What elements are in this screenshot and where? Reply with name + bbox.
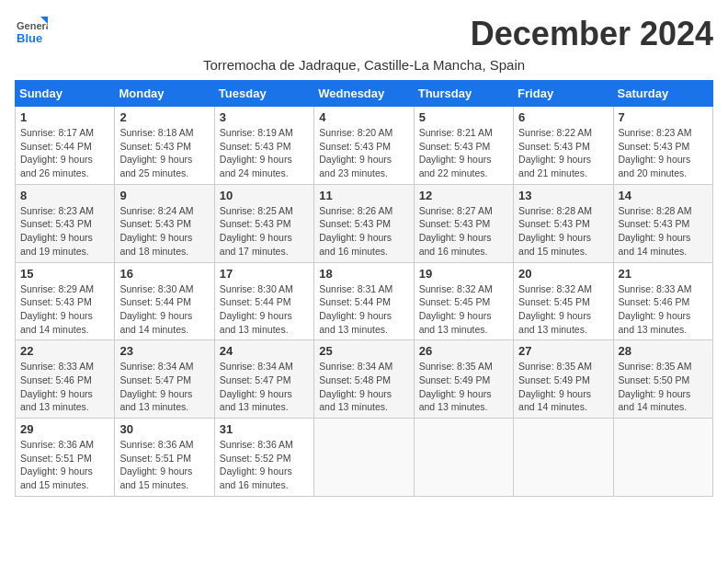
calendar-cell: [314, 419, 414, 497]
calendar-cell: [414, 419, 513, 497]
calendar-cell: 2Sunrise: 8:18 AMSunset: 5:43 PMDaylight…: [115, 107, 214, 185]
calendar-table: SundayMondayTuesdayWednesdayThursdayFrid…: [15, 80, 713, 497]
calendar-day-header: Monday: [115, 81, 214, 107]
calendar-cell: 23Sunrise: 8:34 AMSunset: 5:47 PMDayligh…: [115, 340, 214, 419]
calendar-cell: 19Sunrise: 8:32 AMSunset: 5:45 PMDayligh…: [414, 262, 513, 340]
calendar-cell: 24Sunrise: 8:34 AMSunset: 5:47 PMDayligh…: [214, 340, 313, 419]
calendar-day-header: Tuesday: [214, 81, 313, 107]
svg-text:General: General: [17, 20, 48, 31]
calendar-day-header: Friday: [514, 81, 613, 107]
calendar-cell: 18Sunrise: 8:31 AMSunset: 5:44 PMDayligh…: [314, 262, 414, 340]
calendar-cell: 4Sunrise: 8:20 AMSunset: 5:43 PMDaylight…: [314, 107, 414, 185]
calendar-cell: 22Sunrise: 8:33 AMSunset: 5:46 PMDayligh…: [16, 340, 115, 419]
logo-icon: General Blue: [15, 15, 48, 48]
calendar-cell: 11Sunrise: 8:26 AMSunset: 5:43 PMDayligh…: [314, 184, 414, 262]
calendar-cell: 27Sunrise: 8:35 AMSunset: 5:49 PMDayligh…: [514, 340, 613, 419]
calendar-cell: [613, 419, 712, 497]
calendar-cell: 16Sunrise: 8:30 AMSunset: 5:44 PMDayligh…: [115, 262, 214, 340]
calendar-cell: 28Sunrise: 8:35 AMSunset: 5:50 PMDayligh…: [613, 340, 712, 419]
calendar-day-header: Wednesday: [314, 81, 414, 107]
calendar-cell: 8Sunrise: 8:23 AMSunset: 5:43 PMDaylight…: [16, 184, 115, 262]
calendar-cell: 21Sunrise: 8:33 AMSunset: 5:46 PMDayligh…: [613, 262, 712, 340]
calendar-cell: 6Sunrise: 8:22 AMSunset: 5:43 PMDaylight…: [514, 107, 613, 185]
calendar-cell: 9Sunrise: 8:24 AMSunset: 5:43 PMDaylight…: [115, 184, 214, 262]
location-subtitle: Torremocha de Jadraque, Castille-La Manc…: [15, 57, 713, 73]
calendar-cell: 3Sunrise: 8:19 AMSunset: 5:43 PMDaylight…: [214, 107, 313, 185]
calendar-cell: 10Sunrise: 8:25 AMSunset: 5:43 PMDayligh…: [214, 184, 313, 262]
calendar-day-header: Saturday: [613, 81, 712, 107]
calendar-cell: 20Sunrise: 8:32 AMSunset: 5:45 PMDayligh…: [514, 262, 613, 340]
calendar-cell: 5Sunrise: 8:21 AMSunset: 5:43 PMDaylight…: [414, 107, 513, 185]
calendar-day-header: Thursday: [414, 81, 513, 107]
calendar-cell: 12Sunrise: 8:27 AMSunset: 5:43 PMDayligh…: [414, 184, 513, 262]
calendar-cell: 13Sunrise: 8:28 AMSunset: 5:43 PMDayligh…: [514, 184, 613, 262]
calendar-cell: 31Sunrise: 8:36 AMSunset: 5:52 PMDayligh…: [214, 419, 313, 497]
month-title: December 2024: [471, 15, 713, 53]
calendar-cell: 7Sunrise: 8:23 AMSunset: 5:43 PMDaylight…: [613, 107, 712, 185]
calendar-cell: 15Sunrise: 8:29 AMSunset: 5:43 PMDayligh…: [16, 262, 115, 340]
svg-text:Blue: Blue: [17, 31, 42, 45]
calendar-cell: 17Sunrise: 8:30 AMSunset: 5:44 PMDayligh…: [214, 262, 313, 340]
calendar-cell: 30Sunrise: 8:36 AMSunset: 5:51 PMDayligh…: [115, 419, 214, 497]
calendar-day-header: Sunday: [16, 81, 115, 107]
logo: General Blue: [15, 15, 48, 48]
calendar-cell: 1Sunrise: 8:17 AMSunset: 5:44 PMDaylight…: [16, 107, 115, 185]
calendar-cell: [514, 419, 613, 497]
calendar-cell: 14Sunrise: 8:28 AMSunset: 5:43 PMDayligh…: [613, 184, 712, 262]
calendar-cell: 29Sunrise: 8:36 AMSunset: 5:51 PMDayligh…: [16, 419, 115, 497]
calendar-cell: 25Sunrise: 8:34 AMSunset: 5:48 PMDayligh…: [314, 340, 414, 419]
calendar-cell: 26Sunrise: 8:35 AMSunset: 5:49 PMDayligh…: [414, 340, 513, 419]
